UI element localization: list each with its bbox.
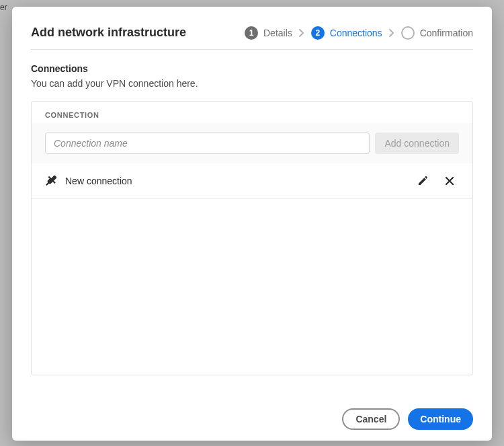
pencil-icon	[417, 176, 428, 186]
connection-item-name: New connection	[65, 176, 132, 186]
step-number-icon	[401, 26, 415, 40]
add-connection-button[interactable]: Add connection	[375, 133, 459, 154]
chevron-right-icon	[299, 29, 304, 37]
connection-name-input[interactable]	[45, 133, 370, 154]
remove-connection-button[interactable]	[440, 172, 459, 190]
dialog-footer: Cancel Continue	[342, 408, 473, 430]
plug-icon	[45, 175, 57, 187]
dialog-title: Add network infrastructure	[31, 26, 186, 40]
step-label: Connections	[330, 28, 382, 38]
dialog-header: Add network infrastructure 1 Details 2 C…	[12, 7, 492, 49]
add-connection-row: Add connection	[32, 123, 472, 163]
continue-button[interactable]: Continue	[408, 408, 473, 430]
edit-connection-button[interactable]	[413, 172, 432, 190]
connections-panel: CONNECTION Add connection New connection	[31, 101, 473, 375]
section-title: Connections	[31, 63, 473, 74]
step-number-icon: 1	[245, 26, 258, 40]
connection-item-left: New connection	[45, 175, 132, 187]
close-icon	[445, 176, 454, 186]
section-subtitle: You can add your VPN connection here.	[31, 78, 473, 89]
background-text-fragment: er	[0, 3, 7, 12]
step-number-icon: 2	[311, 26, 325, 40]
step-connections[interactable]: 2 Connections	[311, 26, 382, 40]
step-details[interactable]: 1 Details	[245, 26, 292, 40]
step-confirmation[interactable]: Confirmation	[401, 26, 473, 40]
connections-section-intro: Connections You can add your VPN connect…	[12, 50, 492, 89]
step-label: Confirmation	[420, 28, 473, 38]
add-network-dialog: Add network infrastructure 1 Details 2 C…	[12, 7, 492, 441]
step-label: Details	[263, 28, 292, 38]
chevron-right-icon	[389, 29, 394, 37]
wizard-stepper: 1 Details 2 Connections Confirmation	[245, 26, 473, 40]
connection-list-item: New connection	[32, 163, 472, 199]
connection-item-actions	[413, 172, 459, 190]
panel-heading: CONNECTION	[32, 102, 472, 123]
cancel-button[interactable]: Cancel	[342, 408, 400, 430]
